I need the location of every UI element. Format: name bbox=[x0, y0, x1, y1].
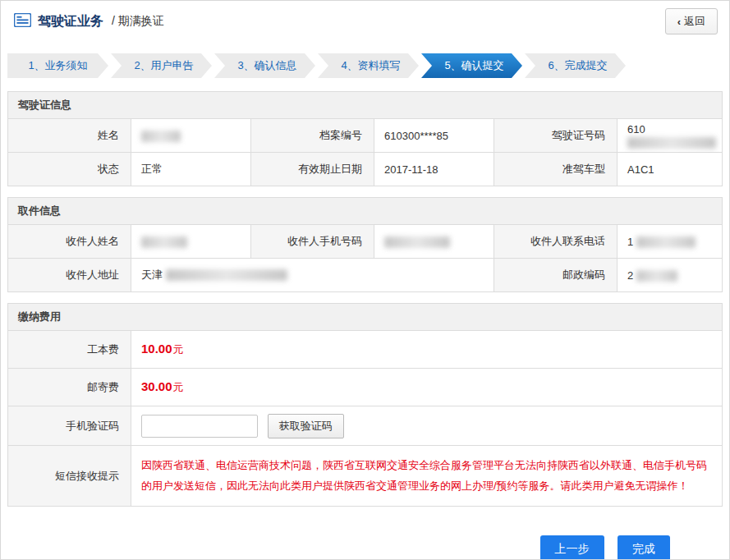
recipient-phone-label: 收件人联系电话 bbox=[494, 225, 618, 259]
pickup-info-title: 取件信息 bbox=[7, 197, 723, 225]
step-complete-submit[interactable]: 6、完成提交 bbox=[525, 53, 626, 78]
class-label: 准驾车型 bbox=[494, 153, 618, 186]
recipient-address-label: 收件人地址 bbox=[8, 259, 131, 292]
step-business-notice[interactable]: 1、业务须知 bbox=[7, 53, 108, 78]
prev-step-button[interactable]: 上一步 bbox=[540, 535, 604, 560]
redacted-name-value bbox=[141, 131, 181, 142]
table-row: 收件人姓名 收件人手机号码 收件人联系电话 1 bbox=[8, 225, 723, 259]
step-confirm-submit[interactable]: 5、确认提交 bbox=[421, 53, 522, 78]
step-fill-data[interactable]: 4、资料填写 bbox=[318, 53, 419, 78]
license-info-table: 姓名 档案编号 610300****85 驾驶证号码 610 状态 正常 有效期 bbox=[7, 118, 723, 186]
footer-actions: 上一步 完成 bbox=[7, 517, 723, 560]
fee-table: 工本费 10.00元 邮寄费 30.00元 手机验证码 获取验证码 bbox=[7, 330, 723, 507]
sms-code-input[interactable] bbox=[141, 415, 258, 438]
name-value bbox=[131, 119, 251, 153]
table-row: 姓名 档案编号 610300****85 驾驶证号码 610 bbox=[8, 119, 723, 153]
postal-code-label: 邮政编码 bbox=[494, 259, 618, 292]
file-no-value: 610300****85 bbox=[374, 119, 494, 153]
class-value: A1C1 bbox=[618, 153, 723, 186]
mail-fee-label: 邮寄费 bbox=[8, 369, 131, 406]
postal-code-value: 2 bbox=[618, 259, 723, 292]
table-row: 收件人地址 天津 邮政编码 2 bbox=[8, 259, 723, 292]
chevron-left-icon: ‹ bbox=[677, 16, 681, 28]
recipient-name-label: 收件人姓名 bbox=[8, 225, 131, 259]
sms-code-label: 手机验证码 bbox=[8, 406, 131, 446]
sms-notice-cell: 因陕西省联通、电信运营商技术问题，陕西省互联网交通安全综合服务管理平台无法向持陕… bbox=[131, 446, 723, 507]
recipient-address-value: 天津 bbox=[131, 259, 494, 292]
license-no-visible-part: 610 bbox=[627, 123, 645, 135]
mail-fee-unit: 元 bbox=[173, 381, 184, 393]
breadcrumb: 驾驶证业务 / 期满换证 bbox=[14, 13, 164, 30]
page: 驾驶证业务 / 期满换证 ‹ 返回 1、业务须知 2、用户申告 3、确认信息 4… bbox=[0, 0, 730, 560]
production-fee-label: 工本费 bbox=[8, 331, 131, 369]
sms-notice-label: 短信接收提示 bbox=[8, 446, 131, 507]
step-confirm-info[interactable]: 3、确认信息 bbox=[214, 53, 315, 78]
back-button[interactable]: ‹ 返回 bbox=[665, 8, 718, 34]
page-subtitle: / 期满换证 bbox=[112, 14, 164, 29]
page-title: 驾驶证业务 bbox=[38, 13, 103, 30]
license-service-icon bbox=[14, 13, 31, 30]
recipient-name-value bbox=[131, 225, 251, 259]
status-value: 正常 bbox=[131, 153, 251, 186]
postal-code-visible-part: 2 bbox=[627, 269, 633, 282]
table-row: 邮寄费 30.00元 bbox=[8, 369, 723, 406]
status-label: 状态 bbox=[8, 153, 131, 186]
pickup-info-table: 收件人姓名 收件人手机号码 收件人联系电话 1 收件人地址 bbox=[7, 224, 723, 292]
license-no-label: 驾驶证号码 bbox=[494, 119, 618, 153]
mail-fee-value: 30.00元 bbox=[131, 369, 723, 406]
sms-notice-text: 因陕西省联通、电信运营商技术问题，陕西省互联网交通安全综合服务管理平台无法向持陕… bbox=[141, 456, 710, 496]
finish-button[interactable]: 完成 bbox=[618, 535, 670, 560]
table-row: 手机验证码 获取验证码 bbox=[8, 406, 723, 446]
sms-code-cell: 获取验证码 bbox=[131, 406, 723, 446]
table-row: 状态 正常 有效期止日期 2017-11-18 准驾车型 A1C1 bbox=[8, 153, 723, 186]
topbar: 驾驶证业务 / 期满换证 ‹ 返回 bbox=[1, 1, 729, 42]
recipient-phone-value: 1 bbox=[618, 225, 723, 259]
redacted-recipient-address bbox=[166, 269, 287, 281]
redacted-postal-code bbox=[636, 270, 677, 282]
file-no-label: 档案编号 bbox=[251, 119, 374, 153]
step-wizard: 1、业务须知 2、用户申告 3、确认信息 4、资料填写 5、确认提交 6、完成提… bbox=[1, 42, 729, 91]
redacted-recipient-mobile bbox=[384, 236, 450, 248]
fee-section-title: 缴纳费用 bbox=[7, 303, 723, 331]
production-fee-unit: 元 bbox=[173, 343, 184, 356]
mail-fee-amount: 30.00 bbox=[141, 379, 172, 393]
production-fee-value: 10.00元 bbox=[131, 331, 723, 369]
license-info-title: 驾驶证信息 bbox=[7, 91, 723, 119]
pickup-info-section: 取件信息 收件人姓名 收件人手机号码 收件人联系电话 bbox=[7, 197, 723, 292]
table-row: 短信接收提示 因陕西省联通、电信运营商技术问题，陕西省互联网交通安全综合服务管理… bbox=[8, 446, 723, 507]
back-button-label: 返回 bbox=[684, 14, 705, 29]
license-no-value: 610 bbox=[618, 119, 723, 153]
recipient-mobile-value bbox=[374, 225, 494, 259]
recipient-address-visible-part: 天津 bbox=[141, 269, 163, 281]
production-fee-amount: 10.00 bbox=[141, 342, 172, 356]
fee-section: 缴纳费用 工本费 10.00元 邮寄费 30.00元 手机验证码 bbox=[7, 303, 723, 507]
recipient-mobile-label: 收件人手机号码 bbox=[251, 225, 374, 259]
get-sms-code-button[interactable]: 获取验证码 bbox=[268, 414, 344, 438]
table-row: 工本费 10.00元 bbox=[8, 331, 723, 369]
expiry-label: 有效期止日期 bbox=[251, 153, 374, 186]
name-label: 姓名 bbox=[8, 119, 131, 153]
recipient-phone-visible-part: 1 bbox=[627, 236, 633, 248]
redacted-license-no bbox=[627, 137, 716, 149]
redacted-recipient-name bbox=[141, 236, 187, 248]
redacted-recipient-phone bbox=[636, 236, 696, 248]
main-content: 驾驶证信息 姓名 档案编号 610300****85 驾驶证号码 61 bbox=[1, 91, 729, 560]
step-user-declaration[interactable]: 2、用户申告 bbox=[111, 53, 212, 78]
expiry-value: 2017-11-18 bbox=[374, 153, 494, 186]
license-info-section: 驾驶证信息 姓名 档案编号 610300****85 驾驶证号码 61 bbox=[7, 91, 723, 186]
